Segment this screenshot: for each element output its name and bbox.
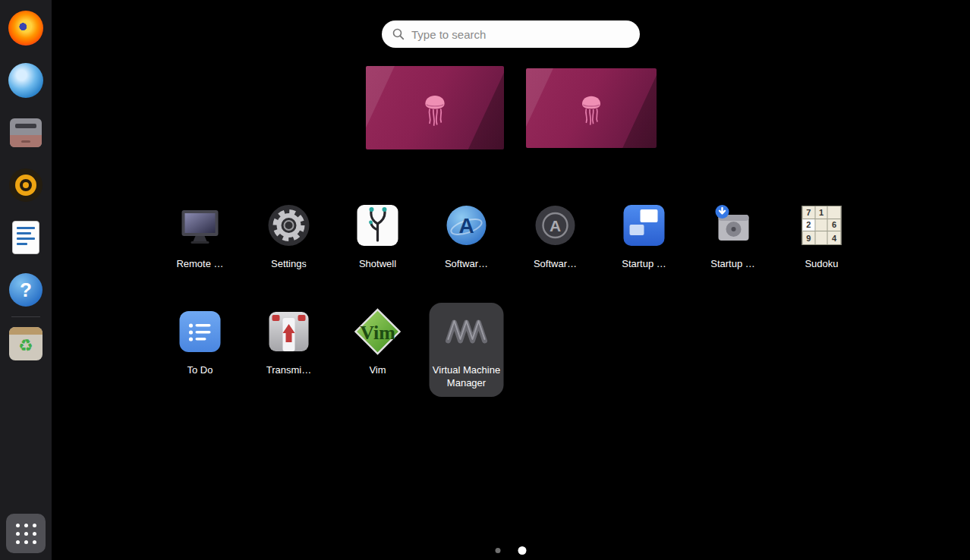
help-icon: ? [9,273,43,307]
app-grid-pager [496,546,527,555]
app-vim[interactable]: Vim Vim [341,303,415,397]
activities-overview: Remote … Settings [52,0,970,560]
app-remote-desktop[interactable]: Remote … [163,197,238,278]
app-label: Vim [369,363,386,376]
app-virtual-machine-manager[interactable]: Virtual Machine Manager [430,303,504,397]
virtual-machine-manager-icon [442,307,491,356]
remote-desktop-icon [176,201,225,250]
app-settings[interactable]: Settings [252,197,326,278]
app-label: Softwar… [445,257,488,270]
dock-item-package-installer[interactable]: ♻ [8,326,44,362]
app-label: Settings [271,257,307,270]
startup-window-icon [620,201,669,250]
workspace-thumbnail-2[interactable] [526,68,657,148]
software-dark-icon: A [531,201,580,250]
app-software-2[interactable]: A Softwar… [518,197,593,278]
workspace-thumbnail-1[interactable] [366,66,504,149]
dock: ? ♻ [0,0,52,560]
app-grid-row-1: Remote … Settings [163,197,859,278]
dock-item-libreoffice-writer[interactable] [8,219,44,256]
libreoffice-writer-icon [12,221,39,254]
app-label: Shotwell [359,257,396,270]
app-label: Virtual Machine Manager [432,363,502,389]
startup-disk-creator-icon [709,201,757,250]
thunderbird-icon [8,63,43,98]
software-blue-icon: A [442,201,491,250]
todo-icon [176,307,225,356]
firefox-icon [8,11,43,46]
shotwell-icon [354,201,402,250]
dock-item-files[interactable] [8,115,44,151]
transmission-icon [265,307,313,356]
recycle-glyph: ♻ [18,338,33,354]
app-label: Remote … [176,257,223,270]
app-shotwell[interactable]: Shotwell [341,197,415,278]
search-input[interactable] [411,28,629,41]
workspace-thumbnails [52,66,970,149]
dock-item-rhythmbox[interactable] [8,167,44,203]
app-sudoku[interactable]: 71 26 94 Sudoku [785,197,859,278]
files-icon [10,118,42,147]
search-icon [392,28,405,40]
app-label: Startup … [710,257,755,270]
dock-item-firefox[interactable] [8,10,44,46]
svg-text:Vim: Vim [360,322,395,344]
svg-text:A: A [550,217,561,234]
app-label: To Do [187,363,213,376]
app-label: Startup … [622,257,666,270]
app-startup-disk-creator[interactable]: Startup … [696,197,770,278]
app-grid-row-2: To Do [163,303,859,397]
vim-icon: Vim [354,307,402,356]
page-dot-1[interactable] [496,548,501,553]
app-label: Sudoku [805,257,838,270]
settings-gear-icon [265,201,313,250]
svg-text:A: A [458,214,474,238]
search-bar[interactable] [382,20,640,48]
app-transmission[interactable]: Transmi… [252,303,326,397]
app-label: Transmi… [266,363,311,376]
package-installer-icon: ♻ [9,327,43,360]
rhythmbox-icon [9,168,43,202]
jellyfish-wallpaper-icon [419,84,451,131]
app-label: Softwar… [534,257,577,270]
app-software-1[interactable]: A Softwar… [430,197,504,278]
dock-item-thunderbird[interactable] [8,62,44,99]
jellyfish-wallpaper-icon [576,86,606,130]
show-applications-button[interactable] [6,514,46,553]
app-startup-applications[interactable]: Startup … [607,197,682,278]
app-grid: Remote … Settings [163,197,859,397]
question-mark-glyph: ? [20,278,32,302]
show-applications-icon [16,524,36,544]
dock-item-help[interactable]: ? [8,272,44,308]
sudoku-icon: 71 26 94 [798,201,846,250]
page-dot-2[interactable] [518,546,527,555]
dock-separator [11,316,40,317]
app-todo[interactable]: To Do [163,303,238,397]
